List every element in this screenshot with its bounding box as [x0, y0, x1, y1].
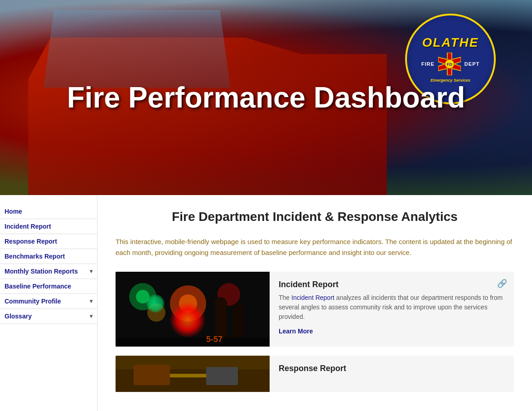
nav-link-glossary[interactable]: Glossary ▾	[0, 309, 97, 323]
incident-report-card-title: Incident Report	[279, 280, 505, 289]
incident-report-image: 5-57	[116, 272, 270, 347]
incident-report-anchor-link[interactable]: 🔗	[497, 279, 507, 289]
truck-windshield	[33, 10, 241, 88]
incident-report-card-text: The Incident Report analyzes all inciden…	[279, 293, 505, 322]
nav-link-incident-report[interactable]: Incident Report	[0, 219, 97, 234]
nav-label-home: Home	[5, 208, 22, 215]
svg-text:5-57: 5-57	[206, 335, 222, 344]
hero-title: Fire Performance Dashboard	[58, 81, 474, 114]
nav-link-monthly-station-reports[interactable]: Monthly Station Reports ▾	[0, 264, 97, 279]
maltese-cross-icon: FD	[438, 53, 461, 75]
nav-label-response-report: Response Report	[5, 238, 57, 245]
nav-link-baseline-performance[interactable]: Baseline Performance	[0, 279, 97, 294]
svg-point-13	[233, 303, 244, 313]
nav-list: Home Incident Report Response Report Ben…	[0, 204, 97, 324]
hero-banner: OLATHE FIRE FD DEPT Emergency Services F…	[0, 0, 532, 195]
response-report-card-title: Response Report	[279, 364, 505, 373]
nav-link-home[interactable]: Home	[0, 204, 97, 219]
svg-rect-19	[134, 365, 170, 385]
nav-label-monthly-station-reports: Monthly Station Reports	[5, 268, 78, 275]
svg-point-6	[170, 285, 206, 322]
badge-fire-text: FIRE	[421, 61, 435, 67]
svg-rect-20	[206, 367, 238, 385]
nav-item-incident-report[interactable]: Incident Report	[0, 219, 97, 234]
page-heading: Fire Department Incident & Response Anal…	[116, 209, 514, 225]
content-area: Home Incident Report Response Report Ben…	[0, 195, 532, 411]
response-scene-svg	[116, 356, 270, 392]
nav-link-community-profile[interactable]: Community Profile ▾	[0, 294, 97, 308]
nav-link-response-report[interactable]: Response Report	[0, 234, 97, 249]
nav-item-response-report[interactable]: Response Report	[0, 234, 97, 249]
incident-scene-svg: 5-57	[116, 272, 270, 347]
response-report-card: Response Report	[116, 356, 514, 392]
nav-item-benchmarks-report[interactable]: Benchmarks Report	[0, 249, 97, 264]
nav-item-baseline-performance[interactable]: Baseline Performance	[0, 279, 97, 294]
svg-text:FD: FD	[447, 62, 452, 67]
nav-label-incident-report: Incident Report	[5, 223, 51, 230]
badge-olathe-text: OLATHE	[422, 35, 479, 50]
incident-report-inline-link[interactable]: Incident Report	[291, 294, 334, 301]
nav-label-benchmarks-report: Benchmarks Report	[5, 253, 65, 260]
chevron-glossary-icon: ▾	[90, 313, 92, 319]
page-title: Fire Department Incident & Response Anal…	[116, 209, 514, 225]
svg-rect-14	[116, 338, 270, 347]
response-report-image	[116, 356, 270, 392]
svg-point-5	[136, 290, 150, 303]
nav-link-benchmarks-report[interactable]: Benchmarks Report	[0, 249, 97, 264]
chevron-monthly-icon: ▾	[90, 268, 92, 274]
incident-report-card: 5-57 🔗 Incident Report The Incident Repo…	[116, 272, 514, 347]
svg-point-7	[179, 294, 197, 313]
nav-label-baseline-performance: Baseline Performance	[5, 283, 71, 290]
badge-dept-text: DEPT	[464, 61, 479, 67]
svg-point-9	[147, 303, 165, 322]
incident-report-learn-more-link[interactable]: Learn More	[279, 328, 313, 335]
nav-label-glossary: Glossary	[5, 313, 32, 320]
sidebar-nav: Home Incident Report Response Report Ben…	[0, 195, 97, 411]
chevron-community-icon: ▾	[90, 298, 92, 304]
nav-item-community-profile[interactable]: Community Profile ▾	[0, 294, 97, 309]
page-description: This interactive, mobile-friendly webpag…	[116, 236, 514, 258]
main-content: Fire Department Incident & Response Anal…	[97, 195, 532, 411]
incident-report-card-body: 🔗 Incident Report The Incident Report an…	[270, 272, 514, 347]
nav-item-home[interactable]: Home	[0, 204, 97, 219]
nav-item-glossary[interactable]: Glossary ▾	[0, 309, 97, 324]
svg-point-11	[214, 297, 227, 310]
response-report-card-body: Response Report	[270, 356, 514, 392]
nav-item-monthly-station-reports[interactable]: Monthly Station Reports ▾	[0, 264, 97, 279]
nav-label-community-profile: Community Profile	[5, 298, 61, 305]
